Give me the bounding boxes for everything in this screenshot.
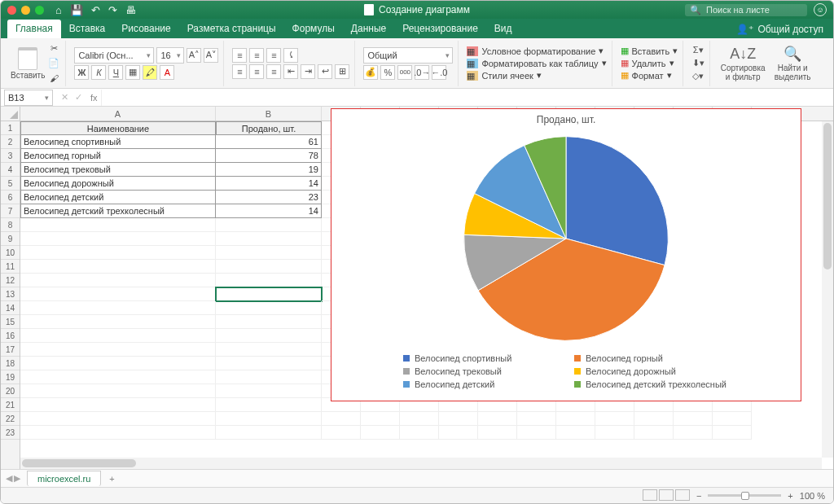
- cell[interactable]: [400, 426, 439, 440]
- cell[interactable]: [216, 218, 322, 232]
- cell[interactable]: Велосипед детский трехколесный: [20, 204, 216, 218]
- tab-Вид[interactable]: Вид: [486, 20, 520, 38]
- cell[interactable]: [556, 426, 595, 440]
- cell[interactable]: [674, 412, 713, 426]
- align-middle-icon[interactable]: ≡: [249, 48, 264, 63]
- insert-cells-button[interactable]: ▦Вставить ▾: [621, 46, 678, 56]
- bold-button[interactable]: Ж: [74, 65, 89, 80]
- cell[interactable]: [20, 301, 216, 315]
- cell[interactable]: [20, 370, 216, 384]
- cell[interactable]: [20, 274, 216, 287]
- cell[interactable]: [20, 315, 216, 329]
- minimize-button[interactable]: [21, 6, 30, 15]
- orientation-icon[interactable]: ⤹: [283, 48, 298, 63]
- decrease-font-icon[interactable]: A˅: [204, 48, 218, 63]
- align-bottom-icon[interactable]: ≡: [266, 48, 281, 63]
- search-sheet[interactable]: 🔍 Поиск на листе: [685, 4, 807, 16]
- font-color-button[interactable]: A: [160, 65, 174, 80]
- cell[interactable]: [20, 357, 216, 370]
- row-header-9[interactable]: 9: [1, 232, 20, 246]
- font-name-select[interactable]: Calibri (Осн...: [74, 47, 154, 64]
- close-button[interactable]: [7, 6, 16, 15]
- formula-input[interactable]: [101, 90, 833, 106]
- cell[interactable]: [216, 232, 322, 246]
- zoom-slider[interactable]: [708, 494, 781, 497]
- cell[interactable]: [20, 218, 216, 232]
- cell[interactable]: 78: [216, 149, 322, 163]
- underline-button[interactable]: Ч: [108, 65, 123, 80]
- cell[interactable]: 14: [216, 177, 322, 191]
- delete-cells-button[interactable]: ▦Удалить ▾: [621, 58, 674, 68]
- cell[interactable]: [216, 343, 322, 357]
- percent-icon[interactable]: %: [380, 65, 395, 80]
- align-top-icon[interactable]: ≡: [232, 48, 247, 63]
- cell[interactable]: Велосипед трековый: [20, 163, 216, 177]
- indent-dec-icon[interactable]: ⇤: [283, 64, 298, 79]
- row-header-10[interactable]: 10: [1, 246, 20, 260]
- row-header-13[interactable]: 13: [1, 287, 20, 301]
- cell[interactable]: 61: [216, 135, 322, 149]
- row-header-18[interactable]: 18: [1, 357, 20, 370]
- conditional-format-button[interactable]: ▦Условное форматирование ▾: [467, 46, 604, 56]
- cell[interactable]: [478, 412, 517, 426]
- col-header-B[interactable]: B: [216, 107, 322, 121]
- cell[interactable]: [20, 260, 216, 274]
- cell[interactable]: [556, 412, 595, 426]
- cell[interactable]: Продано, шт.: [216, 121, 322, 135]
- cell[interactable]: [361, 426, 400, 440]
- horizontal-scrollbar[interactable]: [20, 458, 822, 469]
- row-header-8[interactable]: 8: [1, 218, 20, 232]
- accept-formula-icon[interactable]: ✓: [75, 92, 82, 103]
- cell[interactable]: Наименование: [20, 121, 216, 135]
- cell[interactable]: [20, 412, 216, 426]
- format-painter-icon[interactable]: 🖌: [47, 72, 60, 84]
- cell[interactable]: [216, 260, 322, 274]
- cell[interactable]: 23: [216, 191, 322, 204]
- cell[interactable]: [439, 412, 478, 426]
- cell[interactable]: [517, 426, 556, 440]
- cell[interactable]: [216, 301, 322, 315]
- format-as-table-button[interactable]: ▦Форматировать как таблицу ▾: [467, 58, 606, 68]
- cell[interactable]: [595, 412, 634, 426]
- tab-Формулы[interactable]: Формулы: [284, 20, 343, 38]
- autosum-icon[interactable]: Σ▾: [691, 45, 705, 56]
- cell[interactable]: [216, 274, 322, 287]
- row-header-15[interactable]: 15: [1, 315, 20, 329]
- vertical-scrollbar[interactable]: [822, 121, 833, 458]
- cell[interactable]: [216, 315, 322, 329]
- cell[interactable]: [361, 412, 400, 426]
- row-header-1[interactable]: 1: [1, 121, 20, 135]
- tab-Главная[interactable]: Главная: [7, 20, 61, 38]
- tab-Вставка[interactable]: Вставка: [61, 20, 114, 38]
- thousands-icon[interactable]: 000: [397, 65, 412, 80]
- row-header-14[interactable]: 14: [1, 301, 20, 315]
- row-header-5[interactable]: 5: [1, 177, 20, 191]
- italic-button[interactable]: К: [91, 65, 106, 80]
- cell[interactable]: [517, 412, 556, 426]
- save-icon[interactable]: 💾: [70, 4, 83, 16]
- zoom-in-button[interactable]: +: [788, 491, 792, 501]
- format-cells-button[interactable]: ▦Формат ▾: [621, 70, 672, 81]
- tab-Рисование[interactable]: Рисование: [113, 20, 178, 38]
- row-header-21[interactable]: 21: [1, 398, 20, 412]
- cell[interactable]: [674, 426, 713, 440]
- row-header-3[interactable]: 3: [1, 149, 20, 163]
- cell[interactable]: [216, 412, 322, 426]
- user-icon[interactable]: ☺: [814, 3, 827, 16]
- cell[interactable]: [216, 246, 322, 260]
- sheet-tab[interactable]: microexcel.ru: [27, 471, 101, 486]
- inc-decimal-icon[interactable]: .0→: [415, 65, 429, 80]
- cell[interactable]: [478, 426, 517, 440]
- copy-icon[interactable]: 📄: [47, 58, 60, 69]
- redo-icon[interactable]: ↷: [108, 4, 117, 16]
- align-left-icon[interactable]: ≡: [232, 64, 247, 79]
- fx-label[interactable]: fx: [87, 93, 101, 103]
- cell[interactable]: [216, 329, 322, 343]
- cell[interactable]: [20, 246, 216, 260]
- cell[interactable]: [20, 426, 216, 440]
- find-select-button[interactable]: 🔍 Найти и выделить: [770, 45, 815, 81]
- cell[interactable]: 14: [216, 204, 322, 218]
- wrap-text-icon[interactable]: ↩: [318, 64, 332, 79]
- row-header-20[interactable]: 20: [1, 384, 20, 398]
- row-header-23[interactable]: 23: [1, 426, 20, 440]
